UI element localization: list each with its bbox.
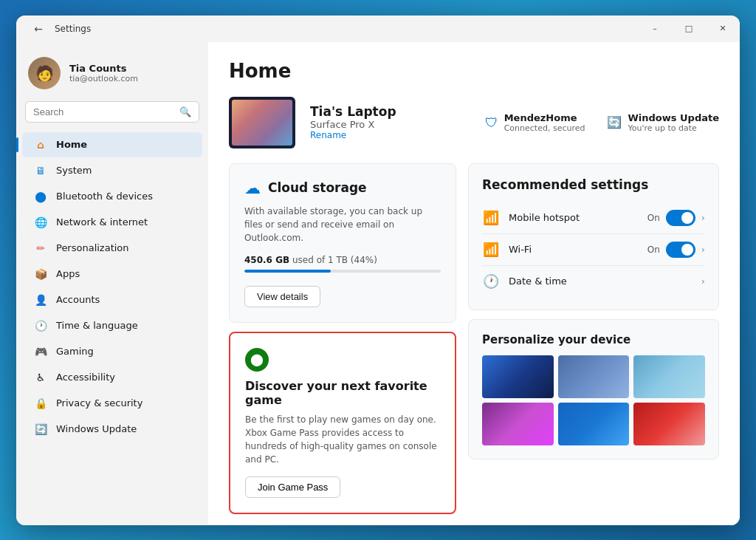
rec-item-hotspot[interactable]: 📶 Mobile hotspot On ›: [482, 202, 705, 234]
device-name: Tia's Laptop: [310, 104, 396, 119]
wallpaper-2[interactable]: [558, 355, 630, 398]
sidebar-item-gaming[interactable]: 🎮 Gaming: [22, 339, 202, 364]
left-column: ☁ Cloud storage With available storage, …: [229, 163, 456, 514]
update-name: Windows Update: [628, 112, 719, 123]
sidebar-item-label-personalization: Personalization: [56, 242, 129, 253]
personalize-title: Personalize your device: [482, 333, 705, 346]
storage-bar-fill: [244, 270, 331, 273]
time-icon: 🕐: [34, 319, 47, 332]
rename-link[interactable]: Rename: [310, 130, 396, 140]
cloud-desc: With available storage, you can back up …: [244, 205, 441, 245]
hotspot-status: On: [647, 213, 660, 223]
settings-window: ← Settings – □ ✕ 🧑 Tia Counts tia@outloo…: [16, 16, 740, 525]
wifi-label: Wi-Fi: [509, 244, 639, 255]
sidebar-item-bluetooth[interactable]: ⬤ Bluetooth & devices: [22, 184, 202, 209]
apps-icon: 📦: [34, 267, 47, 281]
sidebar-item-apps[interactable]: 📦 Apps: [22, 262, 202, 287]
wifi-status: 🛡 MendezHome Connected, secured: [485, 112, 585, 133]
sidebar-item-label-apps: Apps: [56, 268, 80, 279]
user-profile[interactable]: 🧑 Tia Counts tia@outlook.com: [16, 51, 208, 101]
sidebar-item-label-time: Time & language: [56, 320, 138, 331]
sidebar-item-label-home: Home: [56, 139, 87, 150]
recommended-title: Recommended settings: [482, 177, 705, 192]
wifi-name: MendezHome: [504, 112, 585, 123]
home-icon: ⌂: [34, 138, 47, 151]
hotspot-toggle[interactable]: [666, 210, 695, 226]
window-controls: – □ ✕: [638, 16, 740, 42]
right-column: Recommended settings 📶 Mobile hotspot On…: [468, 163, 719, 514]
storage-bar-wrap: 450.6 GB used of 1 TB (44%): [244, 255, 441, 273]
network-icon: 🌐: [34, 216, 47, 229]
wifi-status-label: On: [647, 245, 660, 255]
update-status-text: Windows Update You're up to date: [628, 112, 719, 133]
update-sub: You're up to date: [628, 123, 719, 133]
sidebar-item-label-system: System: [56, 165, 92, 176]
wifi-status-text: MendezHome Connected, secured: [504, 112, 585, 133]
sidebar: 🧑 Tia Counts tia@outlook.com 🔍 ⌂ Home 🖥: [16, 42, 208, 525]
window-title: Settings: [55, 24, 91, 34]
storage-bar: [244, 270, 441, 273]
page-title: Home: [229, 60, 719, 82]
wallpaper-6[interactable]: [633, 403, 705, 445]
rec-item-datetime[interactable]: 🕐 Date & time ›: [482, 266, 705, 296]
sidebar-item-label-windows-update: Windows Update: [56, 423, 137, 434]
sidebar-item-label-accounts: Accounts: [56, 294, 100, 305]
minimize-button[interactable]: –: [638, 16, 672, 42]
sidebar-item-label-network: Network & internet: [56, 216, 148, 228]
wifi-toggle[interactable]: [666, 242, 695, 258]
wifi-status-icon: 🛡: [485, 115, 498, 130]
wallpaper-4[interactable]: [482, 403, 554, 445]
wifi-right: On ›: [647, 242, 705, 258]
wifi-chevron: ›: [701, 244, 705, 255]
datetime-icon: 🕐: [482, 273, 500, 289]
sidebar-item-privacy[interactable]: 🔒 Privacy & security: [22, 391, 202, 416]
maximize-button[interactable]: □: [672, 16, 706, 42]
wallpaper-1[interactable]: [482, 355, 554, 398]
main-layout: 🧑 Tia Counts tia@outlook.com 🔍 ⌂ Home 🖥: [16, 42, 740, 525]
sidebar-item-network[interactable]: 🌐 Network & internet: [22, 210, 202, 235]
bluetooth-icon: ⬤: [34, 190, 47, 203]
xbox-desc: Be the first to play new games on day on…: [245, 413, 440, 466]
xbox-card: ⬤ Discover your next favorite game Be th…: [229, 332, 456, 514]
sidebar-item-label-privacy: Privacy & security: [56, 397, 142, 409]
hotspot-right: On ›: [647, 210, 705, 226]
storage-used: 450.6 GB: [244, 255, 289, 265]
sidebar-item-personalization[interactable]: ✏ Personalization: [22, 236, 202, 261]
back-button[interactable]: ←: [28, 18, 49, 39]
view-details-button[interactable]: View details: [244, 286, 320, 307]
sidebar-item-home[interactable]: ⌂ Home: [22, 132, 202, 157]
wallpaper-grid: [482, 355, 705, 445]
cloud-icon: ☁: [244, 179, 261, 197]
datetime-right: ›: [701, 276, 705, 287]
hotspot-chevron: ›: [701, 212, 705, 223]
update-status: 🔄 Windows Update You're up to date: [607, 112, 719, 133]
main-content: Home Tia's Laptop Surface Pro X Rename 🛡…: [208, 42, 740, 525]
user-email: tia@outlook.com: [69, 74, 138, 83]
recommended-settings-card: Recommended settings 📶 Mobile hotspot On…: [468, 163, 719, 310]
search-input[interactable]: [33, 106, 173, 117]
rec-item-wifi[interactable]: 📶 Wi-Fi On ›: [482, 234, 705, 266]
datetime-chevron: ›: [701, 276, 705, 287]
search-icon: 🔍: [179, 106, 191, 117]
storage-text: 450.6 GB used of 1 TB (44%): [244, 255, 441, 265]
gaming-icon: 🎮: [34, 345, 47, 358]
sidebar-item-time[interactable]: 🕐 Time & language: [22, 313, 202, 338]
personalization-icon: ✏: [34, 242, 47, 255]
user-info: Tia Counts tia@outlook.com: [69, 63, 138, 83]
search-box[interactable]: 🔍: [25, 101, 199, 123]
sidebar-item-label-gaming: Gaming: [56, 346, 94, 357]
sidebar-item-windows-update[interactable]: 🔄 Windows Update: [22, 417, 202, 442]
sidebar-nav: ⌂ Home 🖥 System ⬤ Bluetooth & devices 🌐 …: [16, 131, 208, 442]
hotspot-label: Mobile hotspot: [509, 212, 639, 223]
avatar: 🧑: [28, 57, 61, 89]
wallpaper-3[interactable]: [633, 355, 705, 398]
join-game-pass-button[interactable]: Join Game Pass: [245, 476, 340, 498]
sidebar-item-accounts[interactable]: 👤 Accounts: [22, 287, 202, 312]
two-col-layout: ☁ Cloud storage With available storage, …: [229, 163, 719, 514]
sidebar-item-system[interactable]: 🖥 System: [22, 158, 202, 183]
sidebar-item-accessibility[interactable]: ♿ Accessibility: [22, 365, 202, 390]
device-header: Tia's Laptop Surface Pro X Rename 🛡 Mend…: [229, 97, 719, 148]
close-button[interactable]: ✕: [706, 16, 740, 42]
system-icon: 🖥: [34, 164, 47, 177]
wallpaper-5[interactable]: [558, 403, 630, 445]
